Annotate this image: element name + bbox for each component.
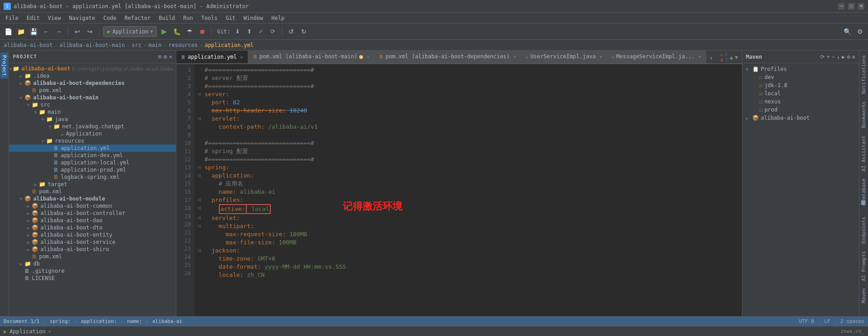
checkbox-local[interactable]: ☑	[760, 90, 763, 97]
menu-run[interactable]: Run	[179, 14, 197, 22]
maven-settings-icon[interactable]: ⚙	[847, 54, 850, 60]
tree-item-package[interactable]: ▼ 📁 net.javadog.chatgpt	[9, 123, 176, 130]
breadcrumb-root[interactable]: alibaba-ai-boot	[4, 42, 52, 48]
stop-button[interactable]: ⏹	[197, 26, 208, 37]
close-button[interactable]: ✕	[858, 3, 864, 9]
checkbox-prod[interactable]: ☐	[760, 107, 763, 113]
tree-item-license[interactable]: 🗎 LICENSE	[9, 275, 176, 282]
right-tool-endpoints[interactable]: Endpoints	[860, 214, 868, 247]
right-tool-bookmarks[interactable]: Bookmarks	[860, 98, 868, 131]
toolbar-open-button[interactable]: 📁	[15, 26, 26, 37]
search-everywhere-button[interactable]: 🔍	[842, 26, 853, 37]
toolbar-undo-button[interactable]: ↩	[72, 26, 83, 37]
tree-item-pom2[interactable]: 🗎 pom.xml	[9, 188, 176, 195]
maven-refresh-icon[interactable]: ⟳	[820, 54, 825, 60]
expand-icon[interactable]: ▲	[730, 54, 733, 61]
tree-item-pom1[interactable]: 🗎 pom.xml	[9, 87, 176, 94]
tree-item-application[interactable]: ☕ Application	[9, 130, 176, 137]
maven-profiles[interactable]: ▼ 📋 Profiles	[744, 65, 857, 73]
git-fetch-button[interactable]: ⬇	[232, 26, 243, 37]
checkbox-dev[interactable]: ☐	[760, 74, 763, 80]
tree-item-dependencies[interactable]: ▶ 📦 alibaba-ai-boot-dependencies	[9, 79, 176, 87]
debug-close-icon[interactable]: ✕	[48, 329, 51, 334]
maven-download-icon[interactable]: ↓	[837, 54, 840, 60]
menu-navigate[interactable]: Navigate	[66, 14, 99, 22]
tree-item-pom3[interactable]: 🗎 pom.xml	[9, 253, 176, 260]
breadcrumb-resources[interactable]: resources	[168, 42, 198, 48]
tree-item-idea[interactable]: ▶ 📁 .idea	[9, 72, 176, 79]
menu-build[interactable]: Build	[155, 14, 179, 22]
tree-item-java[interactable]: ▼ 📁 java	[9, 116, 176, 123]
toolbar-redo-button[interactable]: ↪	[85, 26, 95, 37]
menu-refactor[interactable]: Refactor	[121, 14, 154, 22]
menu-help[interactable]: Help	[268, 14, 288, 22]
git-push-button[interactable]: ⬆	[244, 26, 255, 37]
menu-view[interactable]: View	[44, 14, 65, 22]
tree-item-controller[interactable]: ▶ 📦 alibaba-ai-boot-controller	[9, 210, 176, 217]
tree-item-root[interactable]: ▼ 📁 alibaba-ai-boot E:\workgit\javadog\a…	[9, 65, 176, 72]
tree-item-target[interactable]: ▶ 📁 target	[9, 181, 176, 188]
toolbar-new-button[interactable]: 📄	[3, 26, 14, 37]
tree-item-main-folder[interactable]: ▼ 📁 main	[9, 108, 176, 116]
tab-pom-deps[interactable]: 🗎 pom.xml (alibaba-ai-boot-dependencies)…	[374, 51, 521, 63]
maven-profile-dev[interactable]: ☐ dev	[744, 73, 857, 81]
coverage-button[interactable]: ☂	[184, 26, 195, 37]
settings-button[interactable]: ⚙	[854, 26, 865, 37]
toolbar-redo2-button[interactable]: ↻	[298, 26, 309, 37]
tab-userservice[interactable]: ☕ UserServiceImpl.java ✕	[521, 51, 607, 63]
breadcrumb-main[interactable]: main	[148, 42, 161, 48]
tab-close-appyml[interactable]: ✕	[241, 55, 243, 60]
toolbar-forward-button[interactable]: →	[53, 26, 64, 37]
menu-edit[interactable]: Edit	[23, 14, 43, 22]
tree-item-main[interactable]: ▼ 📦 alibaba-ai-boot-main	[9, 94, 176, 101]
right-tool-notifications[interactable]: Notifications	[860, 52, 868, 97]
run-config-dropdown[interactable]: ▶ Application ▼	[103, 26, 157, 37]
maven-profile-local[interactable]: ☑ local	[744, 89, 857, 98]
code-editor[interactable]: #=============================# # server…	[194, 64, 741, 316]
right-tool-prompts[interactable]: AI Prompts	[860, 248, 868, 284]
maven-run-icon[interactable]: ▶	[842, 54, 845, 60]
menu-git[interactable]: Git	[222, 14, 239, 22]
maven-project-root[interactable]: ▶ 📦 alibaba-ai-boot	[744, 114, 857, 122]
menu-window[interactable]: Window	[240, 14, 267, 22]
right-tool-ai[interactable]: AI Assistant	[860, 133, 868, 174]
tree-item-module[interactable]: ▼ 📦 alibaba-ai-boot-module	[9, 195, 176, 202]
breadcrumb-module[interactable]: alibaba-ai-boot-main	[60, 42, 125, 48]
tab-close-userservice[interactable]: ✕	[599, 54, 602, 59]
toolbar-back-button[interactable]: ←	[41, 26, 52, 37]
git-commit-button[interactable]: ✓	[255, 26, 266, 37]
tree-item-db[interactable]: ▶ 📁 db	[9, 260, 176, 267]
debug-button[interactable]: 🐛	[171, 26, 182, 37]
menu-code[interactable]: Code	[100, 14, 120, 22]
collapse-icon[interactable]: ▼	[735, 54, 738, 61]
right-tool-maven[interactable]: Maven	[860, 285, 868, 306]
tree-item-logback[interactable]: 🗎 logback-spring.xml	[9, 173, 176, 181]
tree-item-dao[interactable]: ▶ 📦 alibaba-ai-boot-dao	[9, 217, 176, 224]
toolbar-save-button[interactable]: 💾	[28, 26, 39, 37]
maven-profile-jdk[interactable]: ☑ jdk-1.8	[744, 81, 857, 89]
menu-file[interactable]: File	[2, 14, 22, 22]
maven-profile-nexus[interactable]: ☐ nexus	[744, 98, 857, 106]
checkbox-nexus[interactable]: ☐	[760, 98, 763, 105]
git-history-button[interactable]: ⟳	[267, 26, 278, 37]
tree-item-dto[interactable]: ▶ 📦 alibaba-ai-boot-dto	[9, 224, 176, 231]
tree-item-src[interactable]: ▼ 📁 src	[9, 101, 176, 108]
tab-close-pom-deps[interactable]: ✕	[513, 54, 516, 59]
minimize-button[interactable]: ─	[838, 3, 844, 9]
tree-item-appdevyml[interactable]: 🗎 application-dev.yml	[9, 152, 176, 159]
tree-item-resources[interactable]: ▼ 📁 resources	[9, 137, 176, 145]
tab-more-button[interactable]: ▾	[706, 53, 717, 63]
tree-item-gitignore[interactable]: 🗎 .gitignore	[9, 267, 176, 275]
toolbar-undo2-button[interactable]: ↺	[286, 26, 297, 37]
right-tool-database[interactable]: Database	[860, 176, 868, 205]
maven-collapse-icon[interactable]: ≡	[852, 54, 855, 60]
tab-appyml[interactable]: 🗎 application.yml ✕	[176, 51, 248, 63]
maximize-button[interactable]: □	[848, 3, 854, 9]
tree-item-appyml[interactable]: 🗎 application.yml	[9, 145, 176, 152]
menu-tools[interactable]: Tools	[198, 14, 221, 22]
sidebar-collapse-icon[interactable]: ≡	[158, 53, 162, 60]
tree-item-applocyml[interactable]: 🗎 application-local.yml	[9, 159, 176, 166]
tab-pom-main[interactable]: 🗎 pom.xml (alibaba-ai-boot-main) ● ✕	[248, 51, 374, 63]
left-tool-project[interactable]: Project	[0, 52, 8, 79]
tree-item-shiro[interactable]: ▶ 📦 alibaba-ai-boot-shiro	[9, 246, 176, 253]
